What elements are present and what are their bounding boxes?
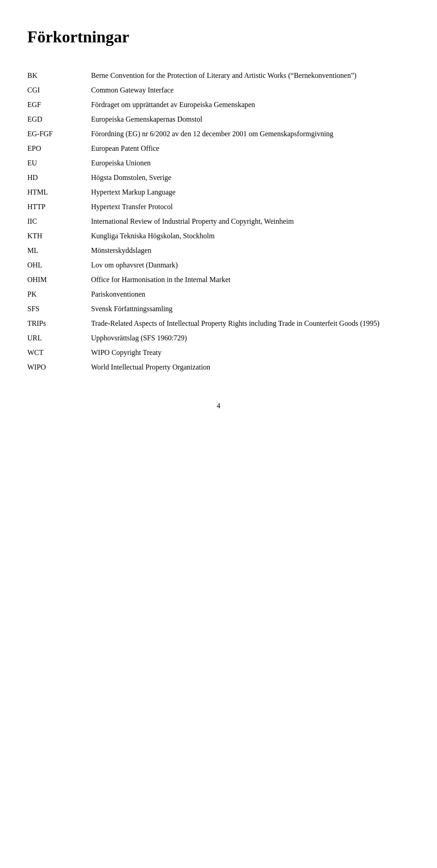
table-row: OHIMOffice for Harmonisation in the Inte…	[27, 272, 410, 287]
table-row: HDHögsta Domstolen, Sverige	[27, 170, 410, 185]
abbreviation-label: EGF	[27, 98, 91, 112]
abbreviation-definition: Europeiska Gemenskapernas Domstol	[91, 112, 410, 127]
table-row: SFSSvensk Författningssamling	[27, 302, 410, 316]
abbreviation-definition: Trade-Related Aspects of Intellectual Pr…	[91, 316, 410, 331]
abbreviation-definition: Lov om ophavsret (Danmark)	[91, 258, 410, 272]
table-row: IICInternational Review of Industrial Pr…	[27, 214, 410, 229]
abbreviation-label: HTTP	[27, 200, 91, 214]
abbreviation-definition: Kungliga Tekniska Högskolan, Stockholm	[91, 229, 410, 243]
table-row: WIPOWorld Intellectual Property Organiza…	[27, 360, 410, 375]
abbreviation-definition: International Review of Industrial Prope…	[91, 214, 410, 229]
table-row: PKPariskonventionen	[27, 287, 410, 302]
abbreviation-label: CGI	[27, 83, 91, 98]
abbreviation-definition: Fördraget om upprättandet av Europeiska …	[91, 98, 410, 112]
table-row: MLMönsterskyddslagen	[27, 243, 410, 258]
page-number: 4	[27, 402, 410, 410]
table-row: EGDEuropeiska Gemenskapernas Domstol	[27, 112, 410, 127]
abbreviation-definition: Common Gateway Interface	[91, 83, 410, 98]
abbreviation-definition: Pariskonventionen	[91, 287, 410, 302]
table-row: EUEuropeiska Unionen	[27, 156, 410, 170]
abbreviation-definition: Hypertext Markup Language	[91, 185, 410, 200]
abbreviation-definition: Berne Convention for the Protection of L…	[91, 68, 410, 83]
abbreviation-definition: World Intellectual Property Organization	[91, 360, 410, 375]
abbreviation-definition: Högsta Domstolen, Sverige	[91, 170, 410, 185]
abbreviation-label: BK	[27, 68, 91, 83]
table-row: BKBerne Convention for the Protection of…	[27, 68, 410, 83]
table-row: OHLLov om ophavsret (Danmark)	[27, 258, 410, 272]
table-row: EPOEuropean Patent Office	[27, 141, 410, 156]
abbreviations-table: BKBerne Convention for the Protection of…	[27, 68, 410, 375]
table-row: EG-FGFFörordning (EG) nr 6/2002 av den 1…	[27, 127, 410, 141]
abbreviation-label: HD	[27, 170, 91, 185]
abbreviation-definition: Europeiska Unionen	[91, 156, 410, 170]
table-row: KTHKungliga Tekniska Högskolan, Stockhol…	[27, 229, 410, 243]
abbreviation-definition: Förordning (EG) nr 6/2002 av den 12 dece…	[91, 127, 410, 141]
table-row: WCTWIPO Copyright Treaty	[27, 345, 410, 360]
abbreviation-label: OHL	[27, 258, 91, 272]
abbreviation-label: WCT	[27, 345, 91, 360]
abbreviation-label: EU	[27, 156, 91, 170]
table-row: HTMLHypertext Markup Language	[27, 185, 410, 200]
abbreviation-label: URL	[27, 331, 91, 345]
abbreviation-label: EGD	[27, 112, 91, 127]
abbreviation-label: OHIM	[27, 272, 91, 287]
table-row: EGFFördraget om upprättandet av Europeis…	[27, 98, 410, 112]
abbreviation-definition: Mönsterskyddslagen	[91, 243, 410, 258]
table-row: URLUpphovsrättslag (SFS 1960:729)	[27, 331, 410, 345]
abbreviation-definition: European Patent Office	[91, 141, 410, 156]
abbreviation-label: TRIPs	[27, 316, 91, 331]
abbreviation-label: WIPO	[27, 360, 91, 375]
abbreviation-definition: WIPO Copyright Treaty	[91, 345, 410, 360]
abbreviation-definition: Svensk Författningssamling	[91, 302, 410, 316]
abbreviation-label: HTML	[27, 185, 91, 200]
abbreviation-label: SFS	[27, 302, 91, 316]
abbreviation-definition: Hypertext Transfer Protocol	[91, 200, 410, 214]
table-row: CGICommon Gateway Interface	[27, 83, 410, 98]
abbreviation-definition: Office for Harmonisation in the Internal…	[91, 272, 410, 287]
abbreviation-label: EPO	[27, 141, 91, 156]
page-title: Förkortningar	[27, 27, 410, 46]
abbreviation-label: EG-FGF	[27, 127, 91, 141]
abbreviation-label: IIC	[27, 214, 91, 229]
abbreviation-label: PK	[27, 287, 91, 302]
abbreviation-label: KTH	[27, 229, 91, 243]
abbreviation-definition: Upphovsrättslag (SFS 1960:729)	[91, 331, 410, 345]
abbreviation-label: ML	[27, 243, 91, 258]
table-row: HTTPHypertext Transfer Protocol	[27, 200, 410, 214]
table-row: TRIPsTrade-Related Aspects of Intellectu…	[27, 316, 410, 331]
